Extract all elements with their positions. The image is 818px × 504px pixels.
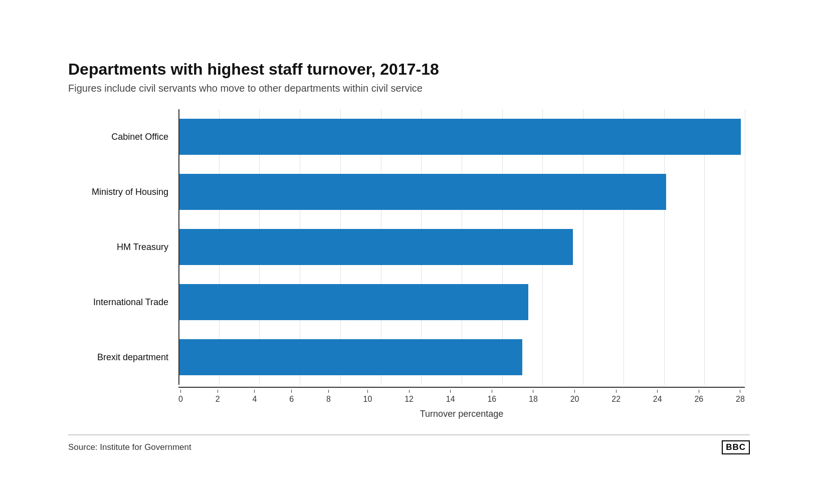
left-axis-line <box>178 109 179 385</box>
x-tick-line <box>740 390 740 393</box>
chart-container: Departments with highest staff turnover,… <box>58 40 760 464</box>
x-tick-label: 18 <box>529 395 538 404</box>
bar-label: International Trade <box>68 297 173 308</box>
x-tick-label: 8 <box>326 395 331 404</box>
grid-line <box>745 109 745 385</box>
bar <box>178 174 666 210</box>
x-tick: 20 <box>570 390 579 404</box>
x-tick-label: 6 <box>289 395 294 404</box>
x-tick: 10 <box>363 390 372 404</box>
bar <box>178 284 528 320</box>
bar-label: Ministry of Housing <box>68 187 173 197</box>
bar-row: Brexit department <box>178 330 745 385</box>
x-tick-line <box>574 390 575 393</box>
bar <box>178 339 522 375</box>
x-tick: 4 <box>252 390 257 404</box>
x-axis: 0246810121416182022242628 Turnover perce… <box>178 387 745 419</box>
x-tick-label: 12 <box>404 395 414 404</box>
x-tick-line <box>218 390 218 393</box>
x-tick: 8 <box>326 390 331 404</box>
bar-row: Cabinet Office <box>178 109 745 164</box>
x-tick: 14 <box>446 390 455 404</box>
x-tick: 12 <box>404 390 414 404</box>
chart-title: Departments with highest staff turnover,… <box>68 60 750 79</box>
x-tick: 18 <box>529 390 538 404</box>
x-tick-label: 16 <box>487 395 496 404</box>
x-tick: 24 <box>653 390 662 404</box>
x-tick-line <box>409 390 410 393</box>
x-tick-label: 20 <box>570 395 579 404</box>
bar-row: Ministry of Housing <box>178 164 745 219</box>
x-tick-line <box>616 390 617 393</box>
x-tick: 6 <box>289 390 294 404</box>
chart-subtitle: Figures include civil servants who move … <box>68 83 750 94</box>
bar-label: Cabinet Office <box>68 132 173 142</box>
x-axis-label: Turnover percentage <box>178 409 745 419</box>
bar-row: HM Treasury <box>178 219 745 275</box>
x-tick: 0 <box>178 390 183 404</box>
chart-footer: Source: Institute for Government BBC <box>68 434 750 454</box>
x-tick: 22 <box>611 390 621 404</box>
x-tick-line <box>657 390 658 393</box>
x-tick-line <box>254 390 255 393</box>
x-tick-label: 2 <box>216 395 220 404</box>
x-tick-label: 24 <box>653 395 662 404</box>
bar-label: Brexit department <box>68 352 173 363</box>
x-tick-label: 26 <box>694 395 703 404</box>
x-tick-line <box>180 390 181 393</box>
x-tick-label: 28 <box>736 395 745 404</box>
x-tick: 26 <box>694 390 703 404</box>
bar-row: International Trade <box>178 275 745 330</box>
x-tick-line <box>450 390 451 393</box>
x-tick-label: 22 <box>611 395 621 404</box>
bar-label: HM Treasury <box>68 242 173 253</box>
x-tick: 28 <box>736 390 745 404</box>
source-text: Source: Institute for Government <box>68 442 191 452</box>
x-tick-line <box>367 390 368 393</box>
x-tick-line <box>699 390 699 393</box>
chart-area: Cabinet OfficeMinistry of HousingHM Trea… <box>178 109 745 419</box>
x-tick-line <box>328 390 329 393</box>
bar <box>178 229 573 265</box>
x-ticks: 0246810121416182022242628 <box>178 388 745 404</box>
x-tick: 2 <box>216 390 220 404</box>
x-tick-line <box>492 390 492 393</box>
x-tick-line <box>533 390 533 393</box>
bars-wrapper: Cabinet OfficeMinistry of HousingHM Trea… <box>178 109 745 385</box>
bbc-logo: BBC <box>722 440 750 454</box>
x-tick-label: 0 <box>178 395 183 404</box>
x-tick-label: 14 <box>446 395 455 404</box>
x-tick-label: 4 <box>252 395 257 404</box>
bar <box>178 119 741 155</box>
x-tick: 16 <box>487 390 496 404</box>
x-tick-line <box>291 390 292 393</box>
x-tick-label: 10 <box>363 395 372 404</box>
